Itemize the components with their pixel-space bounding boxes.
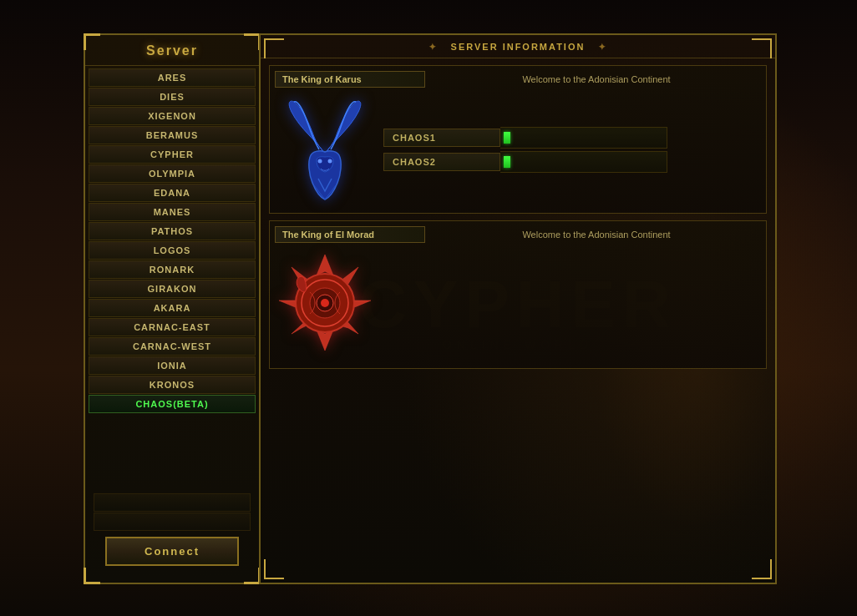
server-olympia[interactable]: OLYMPIA	[89, 164, 256, 183]
elmorad-welcome: Welcome to the Adonisian Continent	[432, 230, 761, 240]
list-item: IONIA	[89, 356, 256, 375]
chaos1-bar-fill	[504, 132, 510, 144]
server-ronark[interactable]: RONARK	[89, 260, 256, 279]
list-item: LOGOS	[89, 241, 256, 260]
server-akara[interactable]: AKARA	[89, 299, 256, 317]
server-info-panel: CYPHER ONLINE WORLD SERVER INFORMATION T…	[259, 33, 777, 584]
karus-name: The King of Karus	[275, 71, 425, 88]
connect-area: Connect	[85, 492, 259, 566]
server-carnac-east[interactable]: CARNAC-EAST	[89, 318, 256, 336]
list-item: CYPHER	[89, 145, 256, 164]
server-pathos[interactable]: PATHOS	[89, 222, 256, 240]
server-row-chaos2: CHAOS2	[383, 151, 761, 173]
chaos1-bar	[500, 127, 667, 149]
server-ares[interactable]: ARES	[89, 68, 256, 87]
info-title-text: SERVER INFORMATION	[451, 42, 586, 52]
server-kronos[interactable]: KRONOS	[89, 376, 256, 394]
chaos2-name: CHAOS2	[383, 153, 500, 171]
info-title-bar: SERVER INFORMATION	[261, 35, 775, 58]
deco-corner-br	[752, 559, 772, 579]
server-edana[interactable]: EDANA	[89, 184, 256, 202]
server-carnac-west[interactable]: CARNAC-WEST	[89, 337, 256, 356]
karus-welcome: Welcome to the Adonisian Continent	[432, 74, 761, 84]
chaos1-name: CHAOS1	[383, 129, 500, 147]
server-chaos-beta[interactable]: CHAOS(BETA)	[89, 395, 256, 413]
list-item: MANES	[89, 203, 256, 221]
connect-button[interactable]: Connect	[105, 537, 239, 566]
server-row-chaos1: CHAOS1	[383, 127, 761, 149]
list-item: CARNAC-WEST	[89, 337, 256, 356]
server-beramus[interactable]: BERAMUS	[89, 126, 256, 144]
list-item: PATHOS	[89, 222, 256, 240]
list-item: KRONOS	[89, 376, 256, 394]
svg-point-0	[318, 159, 322, 164]
elmorad-name: The King of El Morad	[275, 226, 425, 243]
list-item: ARES	[89, 68, 256, 87]
deco-corner-bl	[264, 559, 284, 579]
elmorad-logo	[275, 246, 375, 363]
karus-logo	[275, 91, 375, 208]
main-container: Server ARES DIES XIGENON BERAMUS CYPHER …	[84, 33, 777, 584]
server-logos[interactable]: LOGOS	[89, 241, 256, 260]
empty-slot-1	[94, 493, 251, 512]
karus-section: The King of Karus Welcome to the Adonisi…	[269, 65, 767, 214]
server-girakon[interactable]: GIRAKON	[89, 280, 256, 298]
list-item: EDANA	[89, 184, 256, 202]
elmorad-section: The King of El Morad Welcome to the Adon…	[269, 220, 767, 369]
chaos2-bar-fill	[504, 156, 510, 168]
list-item: GIRAKON	[89, 280, 256, 298]
svg-point-1	[328, 159, 332, 164]
chaos2-bar	[500, 151, 667, 173]
list-item: XIGENON	[89, 107, 256, 125]
list-item: CARNAC-EAST	[89, 318, 256, 336]
list-item: BERAMUS	[89, 126, 256, 144]
server-cypher[interactable]: CYPHER	[89, 145, 256, 164]
server-list: ARES DIES XIGENON BERAMUS CYPHER OLYMPIA…	[85, 66, 259, 416]
svg-point-6	[321, 299, 329, 307]
list-item: OLYMPIA	[89, 164, 256, 183]
elmorad-body	[275, 246, 761, 363]
server-manes[interactable]: MANES	[89, 203, 256, 221]
list-item: DIES	[89, 88, 256, 106]
karus-body: CHAOS1 CHAOS2	[275, 91, 761, 208]
empty-slots	[94, 492, 251, 532]
server-dies[interactable]: DIES	[89, 88, 256, 106]
server-list-panel: Server ARES DIES XIGENON BERAMUS CYPHER …	[84, 33, 259, 584]
karus-header: The King of Karus Welcome to the Adonisi…	[275, 71, 761, 88]
list-item: AKARA	[89, 299, 256, 317]
list-item: CHAOS(BETA)	[89, 395, 256, 413]
server-panel-title: Server	[85, 35, 259, 66]
server-xigenon[interactable]: XIGENON	[89, 107, 256, 125]
karus-servers: CHAOS1 CHAOS2	[383, 124, 761, 175]
list-item: RONARK	[89, 260, 256, 279]
empty-slot-2	[94, 512, 251, 531]
elmorad-header: The King of El Morad Welcome to the Adon…	[275, 226, 761, 243]
server-ionia[interactable]: IONIA	[89, 356, 256, 375]
info-content: The King of Karus Welcome to the Adonisi…	[261, 58, 775, 382]
